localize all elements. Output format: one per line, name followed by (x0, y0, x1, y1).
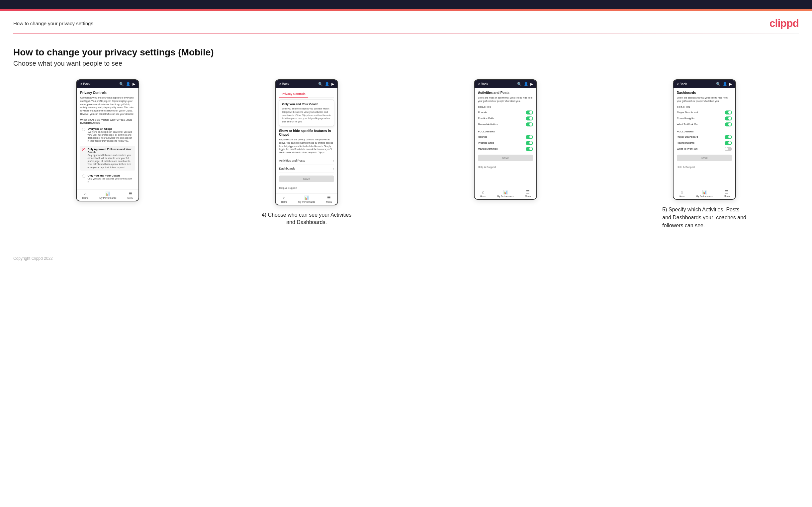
coaches-drills-label: Practice Drills (478, 117, 494, 120)
nav-performance-4[interactable]: 📊 My Performance (696, 190, 713, 198)
save-button-4[interactable]: Save (677, 155, 732, 161)
more-icon-3[interactable]: ▶ (530, 82, 533, 86)
chevron-activities: › (333, 159, 334, 163)
more-icon-1[interactable]: ▶ (133, 82, 135, 86)
nav-performance-2[interactable]: 📊 My Performance (298, 195, 315, 203)
back-button-4[interactable]: < Back (677, 82, 687, 86)
search-icon-1[interactable]: 🔍 (119, 82, 124, 86)
activities-label: Activities and Posts (279, 159, 305, 162)
toggle-followers-work-on[interactable]: What To Work On (677, 146, 732, 152)
screenshots-row: < Back 🔍 👤 ▶ Privacy Controls Control ho… (13, 79, 799, 230)
phone-nav-2: < Back 🔍 👤 ▶ (276, 80, 338, 88)
search-icon-4[interactable]: 🔍 (716, 82, 721, 86)
coaches-rounds-label: Rounds (478, 111, 487, 114)
toggle-followers-drills[interactable]: Practice Drills (478, 140, 533, 146)
help-support-3[interactable]: Help & Support (478, 164, 533, 170)
back-button-2[interactable]: < Back (279, 82, 289, 86)
tab-privacy-controls[interactable]: Privacy Controls (279, 91, 308, 98)
toggle-coaches-manual-switch[interactable] (526, 122, 533, 126)
toggle-followers-round-insights-switch[interactable] (725, 141, 732, 145)
toggle-coaches-drills-switch[interactable] (526, 116, 533, 120)
phone-frame-1: < Back 🔍 👤 ▶ Privacy Controls Control ho… (76, 79, 139, 202)
nav-menu-4[interactable]: ☰ Menu (724, 190, 730, 198)
toggle-followers-work-on-switch[interactable] (725, 147, 732, 151)
menu-icon-4: ☰ (725, 190, 729, 194)
menu-label-4: Menu (724, 195, 730, 198)
toggle-coaches-drills[interactable]: Practice Drills (478, 115, 533, 121)
help-support-4[interactable]: Help & Support (677, 164, 732, 170)
toggle-followers-player[interactable]: Player Dashboard (677, 134, 732, 140)
nav-menu-1[interactable]: ☰ Menu (127, 191, 133, 199)
toggle-coaches-manual[interactable]: Manual Activities (478, 121, 533, 127)
phone-nav-4: < Back 🔍 👤 ▶ (673, 80, 735, 88)
home-label-1: Home (82, 197, 89, 199)
nav-menu-2[interactable]: ☰ Menu (326, 195, 332, 203)
nav-performance-1[interactable]: 📊 My Performance (99, 191, 116, 199)
main-content: How to change your privacy settings (Mob… (0, 34, 812, 249)
nav-performance-3[interactable]: 📊 My Performance (497, 190, 514, 198)
back-button-3[interactable]: < Back (478, 82, 488, 86)
more-icon-4[interactable]: ▶ (729, 82, 732, 86)
toggle-coaches-work-on-switch[interactable] (725, 122, 732, 126)
profile-icon-3[interactable]: 👤 (524, 82, 528, 86)
toggle-followers-rounds-switch[interactable] (526, 135, 533, 139)
activities-posts-body: Select the types of activity that you'd … (478, 96, 533, 103)
home-label-2: Home (281, 201, 288, 203)
search-icon-2[interactable]: 🔍 (318, 82, 323, 86)
save-button-3[interactable]: Save (478, 155, 533, 161)
header-title: How to change your privacy settings (13, 20, 93, 26)
dashboards-title: Dashboards (677, 91, 732, 95)
screenshot-group-3: < Back 🔍 👤 ▶ Activities and Posts Select… (411, 79, 600, 200)
toggle-coaches-work-on[interactable]: What To Work On (677, 121, 732, 127)
profile-icon-1[interactable]: 👤 (126, 82, 131, 86)
performance-icon-3: 📊 (503, 190, 508, 194)
nav-home-1[interactable]: ⌂ Home (82, 191, 89, 199)
privacy-body-text: Control how you and your data appears to… (80, 96, 135, 116)
option-everyone[interactable]: Everyone on Clippd Everyone on Clippd ca… (80, 126, 135, 144)
toggle-coaches-rounds-switch[interactable] (526, 111, 533, 114)
phone-content-1: Privacy Controls Control how you and you… (77, 88, 139, 189)
toggle-coaches-round-insights-switch[interactable] (725, 116, 732, 120)
toggle-followers-manual-switch[interactable] (526, 147, 533, 151)
phone-content-3: Activities and Posts Select the types of… (474, 88, 536, 188)
phone-content-4: Dashboards Select the dashboards that yo… (673, 88, 735, 188)
option-approved[interactable]: Only Approved Followers and Your Coach O… (80, 146, 135, 170)
toggle-followers-player-switch[interactable] (725, 135, 732, 139)
toggle-coaches-player-switch[interactable] (725, 111, 732, 114)
bottom-nav-4: ⌂ Home 📊 My Performance ☰ Menu (673, 188, 735, 199)
page-heading: How to change your privacy settings (Mob… (13, 47, 799, 58)
bottom-nav-1: ⌂ Home 📊 My Performance ☰ Menu (77, 189, 139, 201)
toggle-followers-drills-switch[interactable] (526, 141, 533, 145)
toggle-coaches-round-insights[interactable]: Round Insights (677, 115, 732, 121)
nav-menu-3[interactable]: ☰ Menu (525, 190, 531, 198)
menu-activities[interactable]: Activities and Posts › (279, 157, 334, 165)
nav-home-2[interactable]: ⌂ Home (281, 195, 288, 203)
phone-frame-4: < Back 🔍 👤 ▶ Dashboards Select the dashb… (673, 79, 736, 200)
popup-body: Only you and the coaches you connect wit… (282, 107, 331, 123)
nav-home-3[interactable]: ⌂ Home (480, 190, 486, 198)
nav-home-4[interactable]: ⌂ Home (679, 190, 685, 198)
search-icon-3[interactable]: 🔍 (517, 82, 522, 86)
more-icon-2[interactable]: ▶ (332, 82, 334, 86)
home-label-3: Home (480, 195, 486, 198)
coaches-label-3: COACHES (478, 106, 533, 109)
toggle-coaches-player[interactable]: Player Dashboard (677, 110, 732, 115)
toggle-coaches-rounds[interactable]: Rounds (478, 110, 533, 115)
toggle-followers-round-insights[interactable]: Round Insights (677, 140, 732, 146)
help-support-2[interactable]: Help & Support (279, 185, 334, 191)
back-button-1[interactable]: < Back (80, 82, 90, 86)
menu-label-3: Menu (525, 195, 531, 198)
home-icon-3: ⌂ (482, 190, 484, 194)
menu-dashboards[interactable]: Dashboards › (279, 165, 334, 173)
profile-icon-4[interactable]: 👤 (723, 82, 727, 86)
save-button-2[interactable]: Save (279, 175, 334, 182)
bottom-nav-2: ⌂ Home 📊 My Performance ☰ Menu (276, 193, 338, 205)
followers-label-3: FOLLOWERS (478, 130, 533, 133)
option-only-you[interactable]: Only You and Your Coach Only you and the… (80, 173, 135, 185)
screenshot-group-2: < Back 🔍 👤 ▶ Privacy Controls Only You a… (212, 79, 401, 226)
toggle-followers-rounds[interactable]: Rounds (478, 134, 533, 140)
radio-only-you (82, 174, 85, 178)
toggle-followers-manual[interactable]: Manual Activities (478, 146, 533, 152)
profile-icon-2[interactable]: 👤 (325, 82, 329, 86)
page-subheading: Choose what you want people to see (13, 60, 799, 67)
